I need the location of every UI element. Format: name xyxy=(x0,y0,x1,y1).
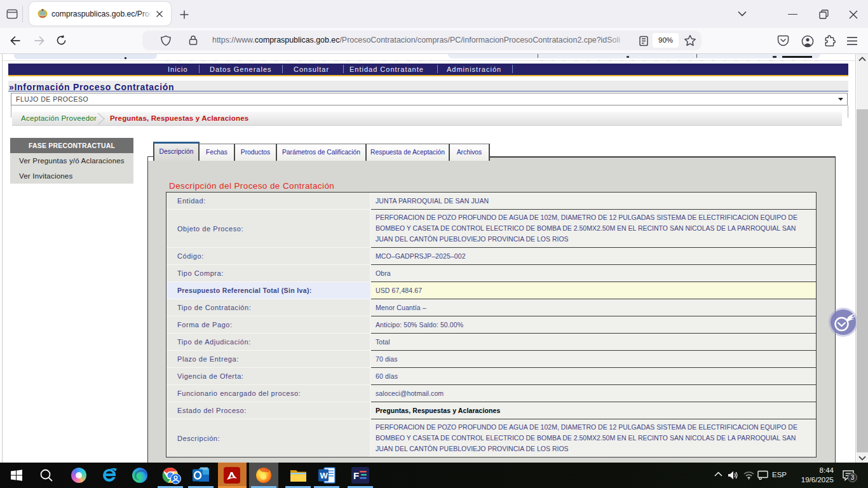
svg-text:W: W xyxy=(320,471,329,480)
svg-text:F: F xyxy=(353,470,359,481)
